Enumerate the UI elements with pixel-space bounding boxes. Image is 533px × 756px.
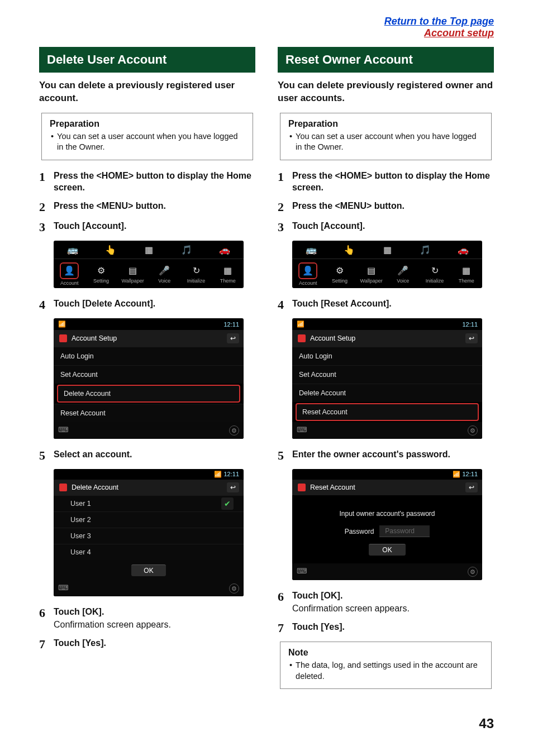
preparation-box-left: Preparation You can set a user account w… [41,113,253,160]
refresh-icon: ↻ [429,265,441,277]
step-text: Touch [Delete Account]. [54,298,255,310]
list-row[interactable]: Auto Login [292,347,482,365]
back-button[interactable]: ↩ [227,482,239,492]
wifi-icon: 📶 [297,320,304,328]
car-icon: 🚗 [457,244,469,256]
keyboard-icon: ⌨ [58,583,69,594]
icon-label: Theme [220,278,236,284]
step-number: 6 [278,590,292,615]
clock-text: 12:11 [223,471,239,478]
list-row-highlight[interactable]: Delete Account [57,385,240,403]
list-row[interactable]: Set Account [292,365,482,384]
step-subtext: Confirmation screen appears. [54,618,255,631]
back-button[interactable]: ↩ [465,333,478,343]
back-button[interactable]: ↩ [465,482,478,492]
hand-icon: 👆 [104,244,117,256]
check-icon: ✔ [221,497,234,510]
user-row[interactable]: User 1✔ [54,495,244,511]
step-number: 1 [278,170,292,194]
link-return-top[interactable]: Return to the Top page [384,16,494,27]
screenshot-menu-icons-right: 🚌 👆 ▦ 🎵 🚗 👤Account ⚙Setting ▤Wallpaper 🎤… [292,241,482,288]
preparation-box-right: Preparation You can set a user account w… [280,113,492,160]
screen-title: Account Setup [72,334,117,342]
step-number: 4 [39,298,54,312]
user-row[interactable]: User 3 [54,528,244,544]
music-icon: 🎵 [419,244,431,256]
step-text: Enter the owner account's password. [292,449,494,461]
step-text: Press the <MENU> button. [54,200,255,212]
step-number: 2 [39,200,54,214]
list-row[interactable]: Delete Account [292,384,482,402]
person-icon: 👤 [302,265,314,277]
gear-icon[interactable]: ⚙ [229,583,239,594]
screenshot-delete-account-users: 📶 12:11 Delete Account↩ User 1✔ User 2 U… [54,469,244,596]
keyboard-icon: ⌨ [58,425,69,436]
gear-icon[interactable]: ⚙ [229,425,239,436]
icon-label: Setting [332,278,348,284]
back-button[interactable]: ↩ [227,333,239,343]
bus-icon: 🚌 [66,244,79,256]
step-number: 2 [278,200,292,214]
refresh-icon: ↻ [190,265,202,277]
password-label: Password [345,528,374,535]
screenshot-account-setup-right: 📶 12:11 Account Setup↩ Auto Login Set Ac… [292,318,482,439]
icon-label: Wallpaper [360,278,383,284]
icon-label: Voice [397,278,409,284]
list-row[interactable]: Reset Account [54,404,244,422]
user-row[interactable]: User 2 [54,511,244,528]
step-6-right: 6 Touch [OK]. Confirmation screen appear… [278,590,494,615]
gear-icon[interactable]: ⚙ [468,425,478,436]
right-column: Reset Owner Account You can delete previ… [278,47,494,699]
step-2-right: 2 Press the <MENU> button. [278,200,494,214]
theme-icon: ▦ [460,265,473,277]
mic-icon: 🎤 [397,265,409,277]
step-1-right: 1 Press the <HOME> button to display the… [278,170,494,194]
icon-label: Theme [459,278,474,284]
ok-button[interactable]: OK [131,564,165,576]
note-box: Note The data, log, and settings used in… [280,642,492,689]
user-row[interactable]: User 4 [54,544,244,560]
account-icon-highlight: 👤 [60,262,79,279]
list-row[interactable]: Set Account [54,365,244,384]
step-text: Touch [Account]. [54,221,255,232]
step-number: 3 [39,221,54,234]
list-row-highlight[interactable]: Reset Account [296,403,479,421]
clock-text: 12:11 [462,321,478,328]
icon-label: Wallpaper [122,278,144,284]
link-account-setup[interactable]: Account setup [424,27,494,39]
step-text: Touch [OK]. [54,606,255,618]
password-input[interactable]: Password [379,525,430,537]
step-4-left: 4 Touch [Delete Account]. [39,298,255,312]
left-column: Delete User Account You can delete a pre… [39,47,255,699]
section-title-reset: Reset Owner Account [278,47,494,73]
page-number: 43 [39,716,494,731]
person-icon [59,334,67,342]
wifi-icon: 📶 [453,471,460,478]
gear-icon: ⚙ [95,265,107,277]
step-text: Touch [Reset Account]. [292,298,494,310]
step-text: Touch [OK]. [292,590,494,602]
step-text: Select an account. [54,449,255,461]
step-7-left: 7 Touch [Yes]. [39,638,255,651]
screenshot-menu-icons-left: 🚌 👆 ▦ 🎵 🚗 👤Account ⚙Setting ▤Wallpaper 🎤… [54,241,244,288]
clock-text: 12:11 [462,471,478,478]
icon-label: Account [60,280,79,286]
password-prompt: Input owner account's password [315,510,460,518]
preparation-title: Preparation [288,119,483,129]
ok-button[interactable]: OK [369,544,405,556]
step-number: 7 [39,638,54,651]
grid-icon: ▦ [381,244,393,256]
note-text: The data, log, and settings used in the … [288,660,483,682]
lead-delete: You can delete a previously registered u… [39,79,255,105]
keyboard-icon: ⌨ [297,567,307,577]
gear-icon[interactable]: ⚙ [468,567,478,577]
step-number: 3 [278,221,292,234]
account-icon-highlight: 👤 [298,262,317,279]
step-text: Press the <HOME> button to display the H… [292,170,494,194]
bus-icon: 🚌 [305,244,317,256]
list-row[interactable]: Auto Login [54,347,244,365]
screen-title: Account Setup [310,334,355,342]
step-number: 6 [39,606,54,631]
step-number: 4 [278,298,292,312]
note-title: Note [288,648,483,658]
